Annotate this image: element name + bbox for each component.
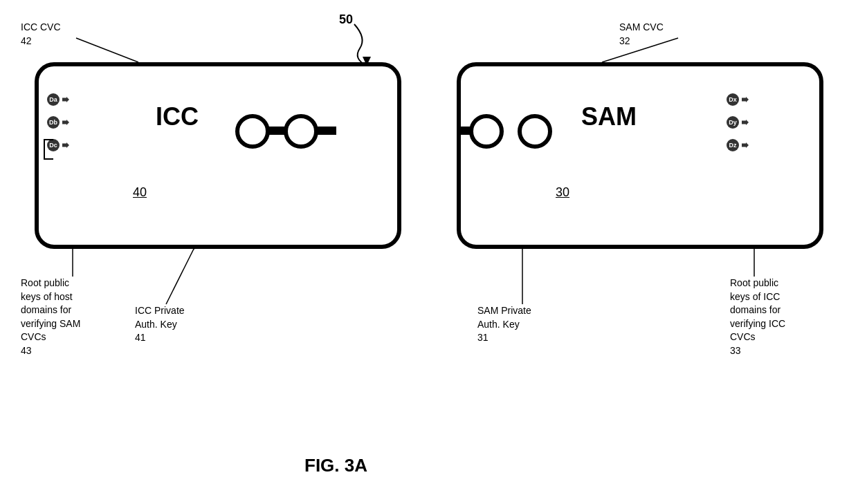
sam-cvc-annotation: SAM CVC 32 — [619, 21, 664, 48]
icc-cvc-line1: ICC CVC — [21, 21, 61, 35]
root-icc-line6: 33 — [730, 344, 785, 358]
root-icc-line3: domains for — [730, 304, 785, 317]
open-circle-sam-left — [469, 114, 504, 149]
root-host-line1: Root public — [21, 277, 80, 290]
key-dy-circle: Dy — [727, 116, 739, 129]
key-dz-circle: Dz — [727, 139, 739, 151]
key-da: Da — [47, 93, 69, 106]
open-circle-icc-right — [284, 114, 318, 149]
key-dy-bit — [742, 120, 749, 125]
root-host-line2: keys of host — [21, 290, 80, 304]
sam-private-line2: Auth. Key — [477, 318, 531, 332]
root-host-line4: verifying SAM — [21, 317, 80, 331]
key-dx-circle: Dx — [727, 93, 739, 106]
key-dy: Dy — [727, 116, 749, 129]
key-db-bit — [62, 120, 69, 125]
key-da-bit — [62, 97, 69, 102]
sam-cvc-line2: 32 — [619, 35, 664, 48]
open-circle-sam-right — [518, 114, 552, 149]
key-dz-bit — [742, 142, 749, 148]
key-dc-bit — [62, 142, 69, 148]
icc-private-line3: 41 — [135, 331, 185, 345]
icc-cvc-annotation: ICC CVC 42 — [21, 21, 61, 48]
root-host-annotation: Root public keys of host domains for ver… — [21, 277, 80, 358]
icc-private-line2: Auth. Key — [135, 318, 185, 332]
icc-box — [35, 62, 401, 249]
sam-private-line3: 31 — [477, 331, 531, 345]
sam-private-annotation: SAM Private Auth. Key 31 — [477, 304, 531, 345]
sam-box — [457, 62, 823, 249]
key-bit-icc-right — [317, 127, 336, 135]
sam-box-number: 30 — [556, 185, 569, 200]
icc-box-number: 40 — [133, 185, 147, 200]
key-dx: Dx — [727, 93, 749, 106]
sam-box-label: SAM — [581, 102, 637, 131]
root-icc-annotation: Root public keys of ICC domains for veri… — [730, 277, 785, 358]
dc-bracket — [44, 139, 53, 160]
sam-cvc-line1: SAM CVC — [619, 21, 664, 35]
root-icc-line4: verifying ICC — [730, 317, 785, 331]
diagram-container: 50 ICC SAM 40 30 Da Db Dc Dx Dy Dz — [0, 0, 858, 504]
key-db-circle: Db — [47, 116, 60, 129]
key-tail-sam-left — [457, 127, 472, 135]
root-host-line3: domains for — [21, 304, 80, 317]
key-db: Db — [47, 116, 69, 129]
key-dx-bit — [742, 97, 749, 102]
icc-box-label: ICC — [156, 102, 199, 131]
root-icc-line5: CVCs — [730, 330, 785, 344]
root-icc-line1: Root public — [730, 277, 785, 290]
key-dz: Dz — [727, 139, 749, 151]
sam-private-line1: SAM Private — [477, 304, 531, 318]
svg-line-5 — [166, 249, 194, 304]
icc-private-annotation: ICC Private Auth. Key 41 — [135, 304, 185, 345]
figure-label: FIG. 3A — [304, 455, 367, 476]
key-da-circle: Da — [47, 93, 60, 106]
svg-line-1 — [76, 38, 138, 62]
open-circle-icc-left — [235, 114, 270, 149]
root-host-line5: CVCs — [21, 330, 80, 344]
icc-private-line1: ICC Private — [135, 304, 185, 318]
root-host-line6: 43 — [21, 344, 80, 358]
icc-cvc-line2: 42 — [21, 35, 61, 48]
root-icc-line2: keys of ICC — [730, 290, 785, 304]
ref-50-label: 50 — [339, 12, 353, 27]
